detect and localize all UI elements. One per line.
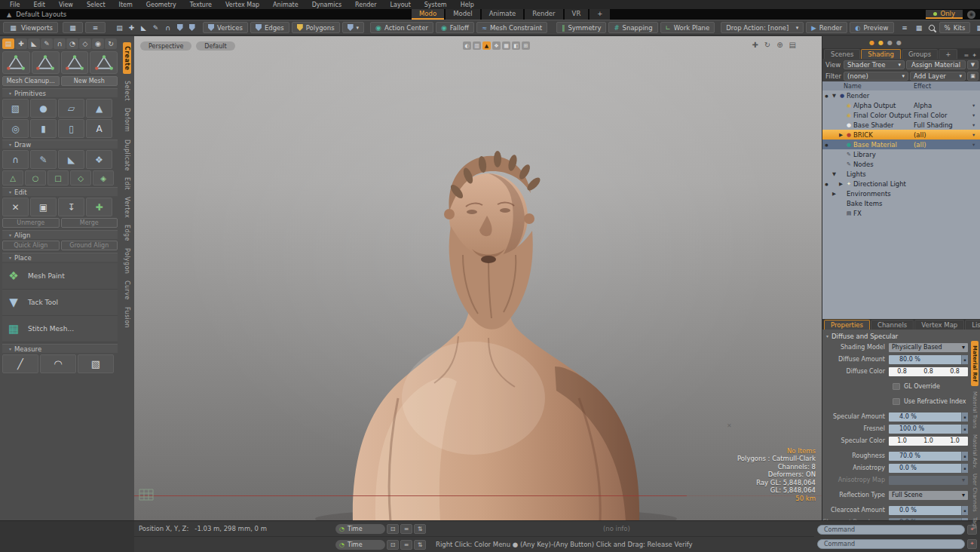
stepper-icon[interactable]: ▪ <box>961 506 968 515</box>
default-tab[interactable]: Default <box>196 41 234 51</box>
polygons-mode-button[interactable]: Polygons <box>292 22 340 33</box>
dropdown-anisotropy-map[interactable]: ▾ <box>889 476 968 485</box>
sphere-icon[interactable]: ● <box>30 99 57 118</box>
matcap-icon[interactable]: ▦ <box>502 41 510 50</box>
menu-item-system[interactable]: System <box>418 2 454 8</box>
cube-icon[interactable]: ▧ <box>2 99 29 118</box>
sculpted-bust-model[interactable] <box>134 36 822 520</box>
add-layer-dropdown[interactable]: Add Layer ▾ <box>910 72 966 81</box>
viewport-options-icon[interactable]: ⊞ <box>522 41 530 50</box>
section-primitives[interactable]: Primitives <box>2 88 118 97</box>
props-tab-tags[interactable]: Tags <box>972 517 978 529</box>
arc-icon[interactable]: ∩ <box>54 38 66 49</box>
layout-tab-blank[interactable]: + <box>590 9 610 20</box>
drop-action-dropdown[interactable]: Drop Action: [none] ▾ <box>721 22 804 33</box>
slider-roughness[interactable]: 70.0 %▪ <box>889 452 968 461</box>
work-plane-button[interactable]: ∟ Work Plane <box>660 22 715 33</box>
orbit-icon[interactable]: ↻ <box>764 41 770 49</box>
section-edit[interactable]: Edit <box>2 187 118 196</box>
auto-select-icon[interactable]: ✚ <box>127 23 136 33</box>
edges-mode-button[interactable]: Edges <box>250 22 289 33</box>
loop-select-icon[interactable]: ∩ <box>163 23 173 33</box>
sidebar-tab-create[interactable]: Create <box>123 42 131 74</box>
polygon-pen-icon[interactable]: ◣ <box>58 150 84 169</box>
time-button[interactable]: ◔Time <box>335 540 385 550</box>
mesh-tool-button[interactable] <box>61 51 89 74</box>
panel-gear-icon[interactable]: ✦ <box>972 52 977 59</box>
tree-item-bake-items[interactable]: Bake Items <box>822 198 980 208</box>
section-draw[interactable]: Draw <box>2 140 118 149</box>
menu-item-dynamics[interactable]: Dynamics <box>305 2 348 8</box>
props-tab-user-channels[interactable]: User Channels <box>972 474 978 512</box>
plane-icon[interactable]: ▱ <box>58 99 84 118</box>
menu-item-vertex-map[interactable]: Vertex Map <box>219 2 266 8</box>
tree-item-render[interactable]: ●▼●Render <box>822 90 980 100</box>
tree-item-base-shader[interactable]: ●Base ShaderFull Shading▾ <box>822 120 980 130</box>
falloff-icon[interactable]: ◉ <box>92 38 104 49</box>
kits-button[interactable]: % Kits <box>939 22 971 33</box>
shading-icon[interactable]: ▥ <box>473 41 481 50</box>
effect-column-header[interactable]: Effect <box>914 83 980 90</box>
sliders-icon[interactable]: ⇅ <box>414 524 426 534</box>
chevron-down-icon[interactable]: ▾ <box>972 103 980 109</box>
slider-anisotropy[interactable]: 0.0 %▪ <box>889 464 968 473</box>
assign-material-button[interactable]: Assign Material <box>906 60 966 69</box>
layout-tab-model[interactable]: Model <box>446 9 480 20</box>
tree-item-base-material[interactable]: ●●Base Material(all)▾ <box>822 140 980 149</box>
item-mode-icon[interactable]: ▤ <box>115 23 124 33</box>
paint-select-icon[interactable]: ✎ <box>151 23 161 33</box>
slider-fresnel[interactable]: 100.0 %▪ <box>889 425 968 434</box>
sidebar-tab-polygon[interactable]: Polygon <box>124 248 130 274</box>
color-specular-color[interactable]: 1.01.01.0 <box>889 437 968 446</box>
symmetry-button[interactable]: ‖ Symmetry <box>556 22 606 33</box>
sidebar-tab-curve[interactable]: Curve <box>124 281 130 300</box>
chevron-down-icon[interactable]: ▾ <box>972 142 980 148</box>
layouts-label[interactable]: Default Layouts <box>16 11 66 18</box>
print-icon[interactable]: ⊡ <box>387 524 399 534</box>
menu-item-item[interactable]: Item <box>112 2 139 8</box>
cylinder-icon[interactable]: ▮ <box>30 119 57 138</box>
axis-drill-icon[interactable]: ✕ <box>2 198 29 216</box>
command-history-icon-2[interactable]: ✦ <box>967 539 977 549</box>
layout-tab-only[interactable]: Only <box>926 10 963 19</box>
action-center-button[interactable]: ◉ Action Center <box>370 22 433 33</box>
menu-item-view[interactable]: View <box>52 2 80 8</box>
tab-blank[interactable]: + <box>939 49 957 59</box>
user-account-icon[interactable]: ◉ <box>967 11 975 19</box>
falloff-button[interactable]: ◉ Falloff <box>436 22 474 33</box>
sliders-icon[interactable]: ⇅ <box>414 540 426 550</box>
mesh-tool-button[interactable] <box>90 51 118 74</box>
scale-icon[interactable]: ◇ <box>79 38 91 49</box>
search-icon[interactable] <box>927 23 936 32</box>
layout-switch-icon[interactable]: ▦ <box>63 22 83 33</box>
sidebar-tab-edit[interactable]: Edit <box>124 177 130 190</box>
tab-lists[interactable]: Lists <box>965 320 980 330</box>
print-icon[interactable]: ⊡ <box>387 540 399 550</box>
tab-groups[interactable]: Groups <box>902 49 938 59</box>
curve-fill-icon[interactable]: ◈ <box>93 170 114 186</box>
render-button[interactable]: ▶ Render <box>806 22 847 33</box>
chevron-down-icon[interactable]: ▾ <box>972 122 980 128</box>
tree-item-brick[interactable]: ▶●BRICK(all)▾ <box>822 130 980 140</box>
tree-item-lights[interactable]: ▼Lights <box>822 169 980 179</box>
pin-icon[interactable]: ↧ <box>58 198 84 216</box>
select-shield-b-icon[interactable] <box>187 23 197 33</box>
arc-tool-icon[interactable]: ∩ <box>2 150 29 169</box>
text-icon[interactable]: A <box>86 119 112 138</box>
list-icon[interactable]: ≡ <box>400 540 412 550</box>
checkbox-use-refractive-index[interactable] <box>893 398 900 405</box>
expand-down-icon[interactable]: ▼ <box>831 171 838 177</box>
tree-item-final-color-output[interactable]: ◉Final Color OutputFinal Color▾ <box>822 110 980 120</box>
menu-item-help[interactable]: Help <box>454 2 481 8</box>
visibility-eye-icon[interactable]: ● <box>822 143 831 147</box>
expand-right-icon[interactable]: ▶ <box>838 132 844 138</box>
wireframe-icon[interactable]: ❖ <box>492 41 501 50</box>
panel-list-icon[interactable]: ≡ <box>85 22 106 33</box>
sidebar-tab-duplicate[interactable]: Duplicate <box>124 140 130 171</box>
tab-properties[interactable]: Properties <box>824 320 870 330</box>
viewport-3d[interactable]: ✕ Perspective Default ◐▥▲❖▦◧⊞ ✚↻⊕▤ No It… <box>134 36 822 520</box>
items-mode-dropdown[interactable]: ▾ <box>342 22 365 33</box>
place-item-tack-tool[interactable]: ▼Tack Tool <box>2 290 118 316</box>
slider-diffuse-amount[interactable]: 80.0 %▪ <box>889 355 968 364</box>
bevel-icon[interactable]: ◣ <box>28 38 40 49</box>
